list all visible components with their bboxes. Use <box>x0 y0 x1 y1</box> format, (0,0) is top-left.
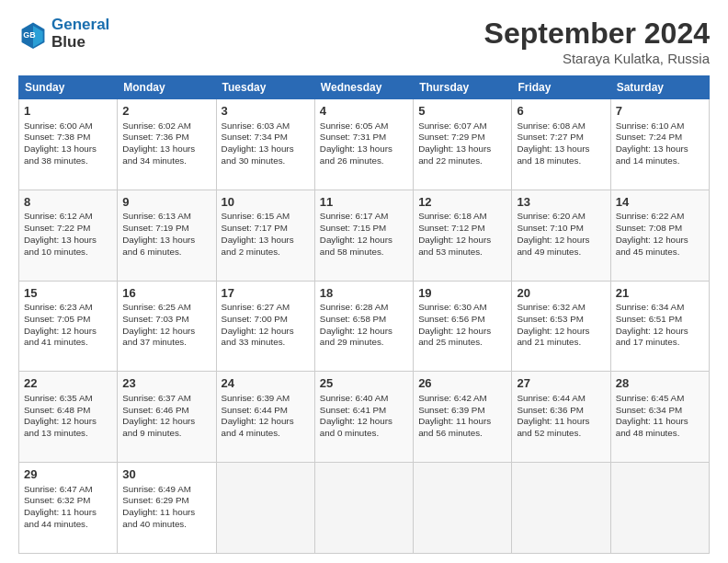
day-number: 14 <box>616 194 704 211</box>
day-info: Sunrise: 6:34 AM Sunset: 6:51 PM Dayligh… <box>616 302 704 349</box>
calendar-cell: 23Sunrise: 6:37 AM Sunset: 6:46 PM Dayli… <box>118 372 216 463</box>
day-number: 6 <box>517 103 605 120</box>
day-number: 12 <box>418 194 506 211</box>
calendar-cell: 5Sunrise: 6:07 AM Sunset: 7:29 PM Daylig… <box>414 99 512 190</box>
calendar-cell: 14Sunrise: 6:22 AM Sunset: 7:08 PM Dayli… <box>610 190 709 281</box>
calendar-cell <box>216 463 314 554</box>
day-number: 9 <box>122 194 210 211</box>
day-number: 7 <box>616 103 704 120</box>
calendar-cell: 18Sunrise: 6:28 AM Sunset: 6:58 PM Dayli… <box>314 281 413 372</box>
day-info: Sunrise: 6:12 AM Sunset: 7:22 PM Dayligh… <box>24 211 112 258</box>
day-number: 23 <box>122 375 210 392</box>
day-number: 3 <box>222 103 310 120</box>
calendar-cell: 29Sunrise: 6:47 AM Sunset: 6:32 PM Dayli… <box>19 463 118 554</box>
weekday-header: Saturday <box>610 76 709 99</box>
day-number: 4 <box>320 103 408 120</box>
day-info: Sunrise: 6:17 AM Sunset: 7:15 PM Dayligh… <box>320 211 408 258</box>
day-info: Sunrise: 6:39 AM Sunset: 6:44 PM Dayligh… <box>222 393 310 440</box>
day-number: 30 <box>122 466 210 483</box>
day-info: Sunrise: 6:23 AM Sunset: 7:05 PM Dayligh… <box>24 302 112 349</box>
day-number: 26 <box>418 375 506 392</box>
day-info: Sunrise: 6:15 AM Sunset: 7:17 PM Dayligh… <box>222 211 310 258</box>
day-info: Sunrise: 6:00 AM Sunset: 7:38 PM Dayligh… <box>24 121 112 167</box>
calendar-cell: 4Sunrise: 6:05 AM Sunset: 7:31 PM Daylig… <box>314 99 413 190</box>
logo-line2: Blue <box>51 34 109 52</box>
calendar-cell: 20Sunrise: 6:32 AM Sunset: 6:53 PM Dayli… <box>512 281 610 372</box>
weekday-header: Sunday <box>19 76 118 99</box>
day-info: Sunrise: 6:03 AM Sunset: 7:34 PM Dayligh… <box>222 121 310 167</box>
calendar-cell: 13Sunrise: 6:20 AM Sunset: 7:10 PM Dayli… <box>512 190 610 281</box>
day-number: 15 <box>24 285 112 302</box>
weekday-header: Tuesday <box>216 76 314 99</box>
calendar-cell: 26Sunrise: 6:42 AM Sunset: 6:39 PM Dayli… <box>414 372 512 463</box>
day-info: Sunrise: 6:37 AM Sunset: 6:46 PM Dayligh… <box>122 393 210 440</box>
day-number: 11 <box>320 194 408 211</box>
day-info: Sunrise: 6:22 AM Sunset: 7:08 PM Dayligh… <box>616 211 704 258</box>
day-info: Sunrise: 6:35 AM Sunset: 6:48 PM Dayligh… <box>24 393 112 440</box>
day-info: Sunrise: 6:10 AM Sunset: 7:24 PM Dayligh… <box>616 121 704 167</box>
day-info: Sunrise: 6:44 AM Sunset: 6:36 PM Dayligh… <box>517 393 605 440</box>
day-number: 20 <box>517 285 605 302</box>
day-info: Sunrise: 6:30 AM Sunset: 6:56 PM Dayligh… <box>418 302 506 349</box>
calendar-cell: 7Sunrise: 6:10 AM Sunset: 7:24 PM Daylig… <box>610 99 709 190</box>
calendar-cell <box>314 463 413 554</box>
day-number: 13 <box>517 194 605 211</box>
calendar-cell: 2Sunrise: 6:02 AM Sunset: 7:36 PM Daylig… <box>118 99 216 190</box>
calendar-cell: 9Sunrise: 6:13 AM Sunset: 7:19 PM Daylig… <box>118 190 216 281</box>
weekday-header: Friday <box>512 76 610 99</box>
calendar-cell: 17Sunrise: 6:27 AM Sunset: 7:00 PM Dayli… <box>216 281 314 372</box>
calendar-cell: 8Sunrise: 6:12 AM Sunset: 7:22 PM Daylig… <box>19 190 118 281</box>
calendar-cell: 21Sunrise: 6:34 AM Sunset: 6:51 PM Dayli… <box>610 281 709 372</box>
day-info: Sunrise: 6:07 AM Sunset: 7:29 PM Dayligh… <box>418 121 506 167</box>
calendar-cell: 15Sunrise: 6:23 AM Sunset: 7:05 PM Dayli… <box>19 281 118 372</box>
day-number: 28 <box>616 375 704 392</box>
page: GB General Blue September 2024 Staraya K… <box>0 0 728 563</box>
day-number: 5 <box>418 103 506 120</box>
header: GB General Blue September 2024 Staraya K… <box>18 17 710 66</box>
calendar-cell: 25Sunrise: 6:40 AM Sunset: 6:41 PM Dayli… <box>314 372 413 463</box>
day-info: Sunrise: 6:27 AM Sunset: 7:00 PM Dayligh… <box>222 302 310 349</box>
day-number: 16 <box>122 285 210 302</box>
day-info: Sunrise: 6:02 AM Sunset: 7:36 PM Dayligh… <box>122 121 210 167</box>
day-info: Sunrise: 6:28 AM Sunset: 6:58 PM Dayligh… <box>320 302 408 349</box>
day-info: Sunrise: 6:45 AM Sunset: 6:34 PM Dayligh… <box>616 393 704 440</box>
day-number: 17 <box>222 285 310 302</box>
day-info: Sunrise: 6:47 AM Sunset: 6:32 PM Dayligh… <box>24 484 112 531</box>
calendar-cell: 12Sunrise: 6:18 AM Sunset: 7:12 PM Dayli… <box>414 190 512 281</box>
day-info: Sunrise: 6:49 AM Sunset: 6:29 PM Dayligh… <box>122 484 210 531</box>
logo-text: General Blue <box>51 17 109 51</box>
calendar-cell: 6Sunrise: 6:08 AM Sunset: 7:27 PM Daylig… <box>512 99 610 190</box>
calendar-cell: 10Sunrise: 6:15 AM Sunset: 7:17 PM Dayli… <box>216 190 314 281</box>
day-info: Sunrise: 6:13 AM Sunset: 7:19 PM Dayligh… <box>122 211 210 258</box>
day-number: 24 <box>222 375 310 392</box>
day-number: 27 <box>517 375 605 392</box>
month-title: September 2024 <box>484 17 710 51</box>
logo: GB General Blue <box>18 17 109 51</box>
location: Staraya Kulatka, Russia <box>484 51 710 66</box>
calendar-cell <box>512 463 610 554</box>
calendar-cell: 3Sunrise: 6:03 AM Sunset: 7:34 PM Daylig… <box>216 99 314 190</box>
day-info: Sunrise: 6:42 AM Sunset: 6:39 PM Dayligh… <box>418 393 506 440</box>
day-number: 25 <box>320 375 408 392</box>
logo-line1: General <box>51 16 109 33</box>
calendar-cell <box>414 463 512 554</box>
day-number: 19 <box>418 285 506 302</box>
calendar-cell: 30Sunrise: 6:49 AM Sunset: 6:29 PM Dayli… <box>118 463 216 554</box>
weekday-header: Monday <box>118 76 216 99</box>
calendar-cell: 28Sunrise: 6:45 AM Sunset: 6:34 PM Dayli… <box>610 372 709 463</box>
day-number: 10 <box>222 194 310 211</box>
day-number: 1 <box>24 103 112 120</box>
calendar-cell: 16Sunrise: 6:25 AM Sunset: 7:03 PM Dayli… <box>118 281 216 372</box>
day-number: 21 <box>616 285 704 302</box>
day-info: Sunrise: 6:20 AM Sunset: 7:10 PM Dayligh… <box>517 211 605 258</box>
title-block: September 2024 Staraya Kulatka, Russia <box>484 17 710 66</box>
day-info: Sunrise: 6:32 AM Sunset: 6:53 PM Dayligh… <box>517 302 605 349</box>
logo-icon: GB <box>18 19 48 49</box>
day-number: 22 <box>24 375 112 392</box>
calendar-cell: 1Sunrise: 6:00 AM Sunset: 7:38 PM Daylig… <box>19 99 118 190</box>
day-number: 18 <box>320 285 408 302</box>
svg-text:GB: GB <box>23 30 35 40</box>
day-info: Sunrise: 6:05 AM Sunset: 7:31 PM Dayligh… <box>320 121 408 167</box>
calendar-table: SundayMondayTuesdayWednesdayThursdayFrid… <box>18 75 710 554</box>
weekday-header: Thursday <box>414 76 512 99</box>
